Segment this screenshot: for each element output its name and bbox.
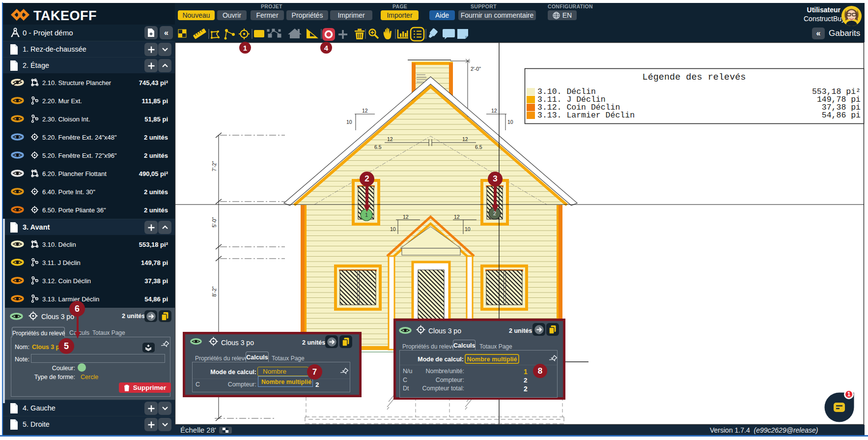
svg-text:5'-0": 5'-0": [211, 217, 217, 227]
svg-text:3.13. Larmier Déclin: 3.13. Larmier Déclin: [537, 111, 635, 120]
svg-text:54,86 pi: 54,86 pi: [822, 111, 861, 120]
svg-text:TAKEOFF: TAKEOFF: [33, 8, 97, 23]
svg-text:10: 10: [507, 119, 513, 125]
svg-text:6.5: 6.5: [374, 144, 382, 150]
svg-text:Légende des relevés: Légende des relevés: [643, 72, 746, 83]
svg-text:8'-2": 8'-2": [211, 286, 217, 296]
svg-text:12: 12: [387, 136, 393, 142]
svg-text:10: 10: [465, 226, 471, 232]
svg-text:12: 12: [403, 214, 409, 220]
svg-text:2'-0": 2'-0": [471, 66, 481, 72]
svg-text:12: 12: [362, 108, 368, 114]
svg-text:10: 10: [346, 119, 352, 125]
svg-text:12: 12: [462, 136, 468, 142]
svg-text:12: 12: [491, 108, 497, 114]
svg-text:6.5: 6.5: [475, 144, 482, 150]
svg-text:10: 10: [390, 226, 396, 232]
svg-text:12: 12: [454, 214, 460, 220]
svg-text:7'-2": 7'-2": [211, 161, 217, 171]
